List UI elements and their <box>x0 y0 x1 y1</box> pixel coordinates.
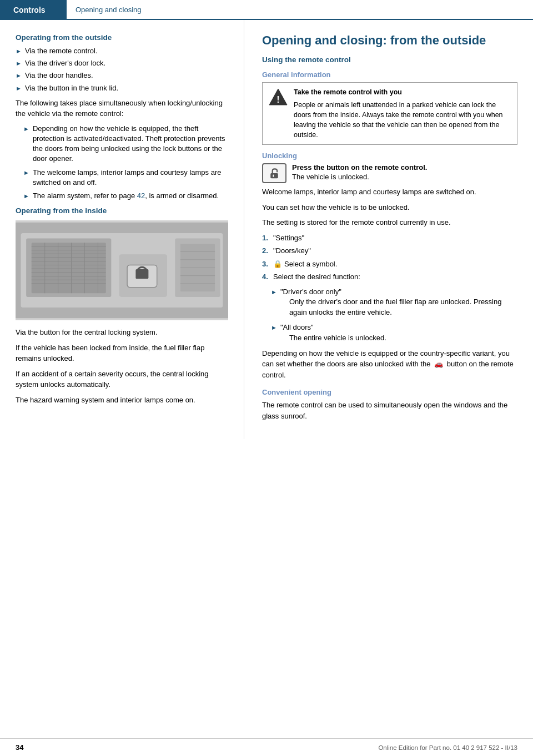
warning-text-block: Take the remote control with you People … <box>294 87 511 140</box>
header-section-tab: Opening and closing <box>67 0 533 20</box>
step-3-num: 3. <box>262 259 273 270</box>
bullet-arrow-icon: ► <box>16 47 22 56</box>
svg-rect-32 <box>270 173 278 178</box>
hazard-text: The hazard warning system and interior l… <box>16 395 228 406</box>
sub-bullet-arrow-1: ► <box>271 288 277 297</box>
outside-bullet-4-text: Via the button in the trunk lid. <box>25 83 118 93</box>
using-remote-heading: Using the remote control <box>262 56 517 64</box>
step-2: 2. "Doors/key" <box>262 245 517 256</box>
page-number: 34 <box>16 743 23 752</box>
step-3-text: Select a symbol. <box>284 259 337 270</box>
welcome-lamps-text: Welcome lamps, interior lamp and courtes… <box>262 187 517 198</box>
step-1-text: "Settings" <box>273 233 304 244</box>
vehicle-unlocked-text: The vehicle is unlocked. <box>292 173 427 181</box>
sub-item-2-content: "All doors" The entire vehicle is unlock… <box>280 322 386 346</box>
step-2-text: "Doors/key" <box>273 245 311 256</box>
sub-item-1-label: "Driver's door only" <box>280 287 517 298</box>
step-3-prefix: 🔒 <box>273 259 282 270</box>
section-label: Opening and closing <box>76 6 142 14</box>
warning-icon: ! <box>268 87 288 107</box>
outside-bullet-list: ► Via the remote control. ► Via the driv… <box>16 46 228 93</box>
outside-bullet-1-text: Via the remote control. <box>25 46 98 56</box>
right-big-heading: Opening and closing: from the outside <box>262 33 517 48</box>
step-2-num: 2. <box>262 245 273 256</box>
sub-items-list: ► "Driver's door only" Only the driver's… <box>271 287 517 346</box>
sub-item-2: ► "All doors" The entire vehicle is unlo… <box>271 322 517 346</box>
svg-text:!: ! <box>276 95 279 104</box>
sub-bullet-arrow-2: ► <box>271 324 277 332</box>
bullet-arrow-icon: ► <box>16 72 22 80</box>
depending-text: Depending on how the vehicle is equipped… <box>262 348 517 381</box>
unlock-action-row: Press the button on the remote control. … <box>262 163 517 183</box>
page-footer: 34 Online Edition for Part no. 01 40 2 9… <box>0 738 533 756</box>
numbered-steps-list: 1. "Settings" 2. "Doors/key" 3. 🔒 Select… <box>262 233 517 283</box>
footer-text: Online Edition for Part no. 01 40 2 917 … <box>378 744 517 751</box>
locked-inside-text: If the vehicle has been locked from insi… <box>16 342 228 364</box>
step-4: 4. Select the desired function: <box>262 271 517 283</box>
operating-inside-heading: Operating from the inside <box>16 206 228 215</box>
bullet-arrow-icon: ► <box>23 192 29 200</box>
general-info-heading: General information <box>262 70 517 79</box>
convenient-text: The remote control can be used to simult… <box>262 400 517 421</box>
bullet-arrow-icon: ► <box>16 84 22 93</box>
sub-item-1: ► "Driver's door only" Only the driver's… <box>271 287 517 321</box>
bullet-arrow-icon: ► <box>23 125 29 133</box>
sub-item-1-desc: Only the driver's door and the fuel fill… <box>289 297 517 318</box>
step-4-text: Select the desired function: <box>273 271 360 283</box>
bullet-arrow-icon: ► <box>16 59 22 68</box>
step-3: 3. 🔒 Select a symbol. <box>262 259 517 270</box>
unlocking-heading: Unlocking <box>262 152 517 160</box>
svg-rect-33 <box>273 175 274 177</box>
sub-item-2-label: "All doors" <box>280 322 386 333</box>
bullet-arrow-icon: ► <box>23 169 29 177</box>
warning-body: People or animals left unattended in a p… <box>294 100 511 140</box>
controls-label: Controls <box>13 6 46 14</box>
press-button-text: Press the button on the remote control. <box>292 163 427 172</box>
following-text: The following takes place simultaneously… <box>16 98 228 119</box>
step-4-num: 4. <box>262 271 273 283</box>
header-controls-tab: Controls <box>0 0 67 20</box>
following-bullet-list: ► Depending on how the vehicle is equipp… <box>23 124 228 201</box>
car-icon: 🚗 <box>434 360 443 368</box>
outside-bullet-4: ► Via the button in the trunk lid. <box>16 83 228 93</box>
main-content: Operating from the outside ► Via the rem… <box>0 20 533 439</box>
via-button-text: Via the button for the central locking s… <box>16 327 228 338</box>
set-how-text: You can set how the vehicle is to be unl… <box>262 202 517 213</box>
following-bullet-3: ► The alarm system, refer to page 42, is… <box>23 191 228 201</box>
page-header: Controls Opening and closing <box>0 0 533 20</box>
accident-text: If an accident of a certain severity occ… <box>16 369 228 390</box>
outside-bullet-2: ► Via the driver's door lock. <box>16 58 228 68</box>
step-1-num: 1. <box>262 233 273 244</box>
outside-bullet-1: ► Via the remote control. <box>16 46 228 56</box>
operating-outside-heading: Operating from the outside <box>16 33 228 42</box>
unlock-action-text: Press the button on the remote control. … <box>292 163 427 181</box>
following-bullet-1: ► Depending on how the vehicle is equipp… <box>23 124 228 164</box>
sub-item-1-content: "Driver's door only" Only the driver's d… <box>280 287 517 321</box>
interior-image <box>16 220 228 320</box>
convenient-heading: Convenient opening <box>262 388 517 396</box>
following-bullet-3-text: The alarm system, refer to page 42, is a… <box>33 191 219 201</box>
setting-stored-text: The setting is stored for the remote con… <box>262 217 517 228</box>
warning-box: ! Take the remote control with you Peopl… <box>262 82 517 145</box>
outside-bullet-3-text: Via the door handles. <box>25 70 93 80</box>
unlock-button-icon <box>262 163 286 183</box>
operating-inside-section: Operating from the inside <box>16 206 228 405</box>
outside-bullet-2-text: Via the driver's door lock. <box>25 58 105 68</box>
outside-bullet-3: ► Via the door handles. <box>16 70 228 80</box>
following-bullet-1-text: Depending on how the vehicle is equipped… <box>33 124 228 164</box>
left-column: Operating from the outside ► Via the rem… <box>0 20 244 439</box>
warning-title: Take the remote control with you <box>294 87 511 97</box>
following-bullet-2: ► The welcome lamps, interior lamps and … <box>23 168 228 188</box>
right-column: Opening and closing: from the outside Us… <box>244 20 533 439</box>
svg-rect-22 <box>135 269 148 279</box>
step-1: 1. "Settings" <box>262 233 517 244</box>
operating-outside-section: Operating from the outside ► Via the rem… <box>16 33 228 201</box>
following-bullet-2-text: The welcome lamps, interior lamps and co… <box>33 168 228 188</box>
sub-item-2-desc: The entire vehicle is unlocked. <box>289 333 386 344</box>
